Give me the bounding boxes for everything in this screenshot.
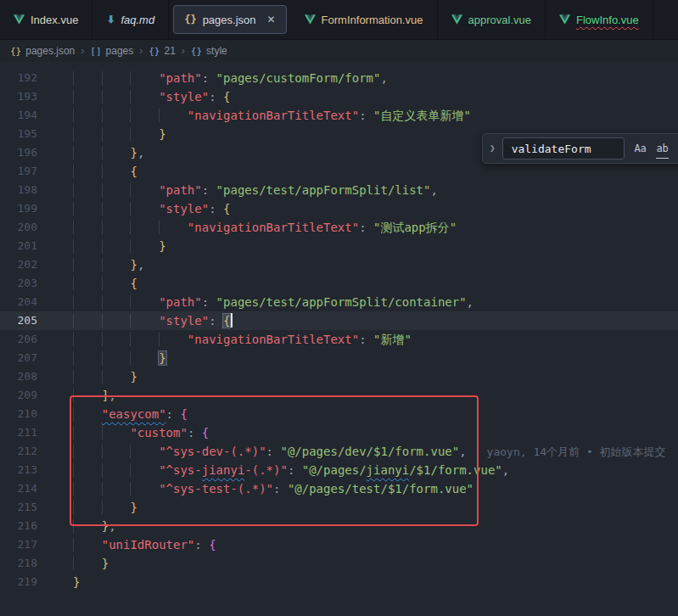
line-content: } (58, 367, 137, 386)
tab-FlowInfo.vue[interactable]: FlowInfo.vue (546, 0, 653, 39)
code-editor[interactable]: 192 "path": "pages/customForm/form",193 … (0, 62, 678, 616)
line-number: 213 (0, 461, 58, 479)
code-line[interactable]: 215 } (0, 498, 678, 517)
breadcrumb-label: pages.json (25, 45, 75, 57)
breadcrumb-item-pages.json[interactable]: {}pages.json (10, 45, 75, 57)
code-line[interactable]: 192 "path": "pages/customForm/form", (0, 69, 678, 87)
tab-FormInformation.vue[interactable]: FormInformation.vue (291, 0, 438, 39)
breadcrumb-separator: › (139, 45, 143, 57)
line-number: 201 (0, 237, 58, 255)
code-line[interactable]: 210 "easycom": { (0, 405, 678, 423)
code-line[interactable]: 209 ], (0, 386, 678, 405)
find-input-box (502, 137, 625, 160)
line-number: 208 (0, 367, 58, 386)
breadcrumb-label: 21 (165, 45, 176, 57)
code-line[interactable]: 194 "navigationBarTitleText": "自定义表单新增" (0, 106, 678, 125)
vue-icon (305, 14, 316, 25)
breadcrumb-item-style[interactable]: {}style (191, 45, 227, 57)
line-content: } (58, 573, 80, 591)
code-line[interactable]: 211 "custom": { (0, 423, 678, 442)
line-content: "style": { (58, 311, 233, 330)
object-symbol-icon: {} (148, 46, 160, 57)
find-options: Aaab.* (631, 139, 678, 158)
line-number: 219 (0, 573, 58, 591)
line-number: 193 (0, 87, 58, 106)
line-content: } (58, 125, 166, 143)
line-content: ], (58, 386, 116, 405)
match-case-toggle[interactable]: Aa (631, 139, 650, 158)
code-line[interactable]: 199 "style": { (0, 199, 678, 218)
line-content: "navigationBarTitleText": "新增" (58, 330, 412, 349)
json-icon: {} (184, 14, 196, 25)
whole-word-toggle[interactable]: ab (653, 139, 672, 158)
line-content: "easycom": { (58, 405, 188, 423)
line-number: 197 (0, 162, 58, 181)
breadcrumb: {}pages.json›[]pages›{}21›{}style (0, 40, 678, 62)
line-content: { (58, 162, 137, 181)
line-number: 195 (0, 125, 58, 143)
breadcrumb-item-pages[interactable]: []pages (90, 45, 133, 57)
code-line[interactable]: 200 "navigationBarTitleText": "测试app拆分" (0, 218, 678, 237)
code-line[interactable]: 204 "path": "pages/test/appFormSplit/con… (0, 293, 678, 311)
code-line[interactable]: 219} (0, 573, 678, 591)
line-content: "custom": { (58, 423, 209, 442)
line-number: 215 (0, 498, 58, 517)
tab-label: FormInformation.vue (322, 14, 423, 26)
line-number: 207 (0, 349, 58, 367)
line-number: 216 (0, 517, 58, 535)
toggle-replace-chevron-icon[interactable]: ❯ (490, 139, 496, 158)
code-line[interactable]: 208 } (0, 367, 678, 386)
line-content: "path": "pages/test/appFormSplit/list", (58, 181, 438, 199)
json-file-icon: {} (10, 46, 21, 57)
line-content: "^sys-test-(.*)": "@/pages/test/$1/form.… (58, 479, 473, 498)
code-line[interactable]: 197 { (0, 162, 678, 181)
line-number: 203 (0, 274, 58, 293)
line-number: 202 (0, 255, 58, 274)
breadcrumb-separator: › (182, 45, 185, 57)
code-line[interactable]: 218 } (0, 554, 678, 573)
tab-approval.vue[interactable]: approval.vue (438, 0, 546, 39)
code-line[interactable]: 193 "style": { (0, 87, 678, 106)
code-line[interactable]: 198 "path": "pages/test/appFormSplit/lis… (0, 181, 678, 199)
line-content: "^sys-jianyi-(.*)": "@/pages/jianyi/$1/f… (58, 461, 509, 479)
line-content: "style": { (58, 87, 230, 106)
line-number: 198 (0, 181, 58, 199)
tab-faq.md[interactable]: ⬇faq.md (92, 0, 169, 39)
code-line[interactable]: 213 "^sys-jianyi-(.*)": "@/pages/jianyi/… (0, 461, 678, 479)
breadcrumb-item-21[interactable]: {}21 (148, 45, 176, 57)
line-number: 210 (0, 405, 58, 423)
line-number: 199 (0, 199, 58, 218)
tab-pages.json[interactable]: {}pages.json✕ (173, 5, 286, 34)
line-content: } (58, 349, 166, 367)
line-content: "path": "pages/test/appFormSplit/contain… (58, 293, 473, 311)
code-line[interactable]: 203 { (0, 274, 678, 293)
line-number: 200 (0, 218, 58, 237)
line-content: { (58, 274, 137, 293)
code-line[interactable]: 212 "^sys-dev-(.*)": "@/pages/dev/$1/for… (0, 442, 678, 461)
text-cursor (231, 313, 233, 328)
code-line[interactable]: 216 }, (0, 517, 678, 535)
breadcrumb-label: style (206, 45, 227, 57)
line-number: 214 (0, 479, 58, 498)
editor-window: Index.vue⬇faq.md{}pages.json✕FormInforma… (0, 0, 678, 616)
code-line[interactable]: 214 "^sys-test-(.*)": "@/pages/test/$1/f… (0, 479, 678, 498)
line-number: 196 (0, 143, 58, 162)
code-line[interactable]: 206 "navigationBarTitleText": "新增" (0, 330, 678, 349)
object-symbol-icon: {} (191, 46, 202, 57)
markdown-icon: ⬇ (106, 14, 115, 25)
line-content: }, (58, 517, 116, 535)
code-line[interactable]: 205 "style": { (0, 311, 678, 330)
line-number: 211 (0, 423, 58, 442)
line-content: "path": "pages/customForm/form", (58, 69, 388, 87)
find-input[interactable] (510, 142, 617, 156)
code-line[interactable]: 207 } (0, 349, 678, 367)
breadcrumb-label: pages (106, 45, 134, 57)
regex-toggle[interactable]: .* (675, 139, 678, 158)
close-icon[interactable]: ✕ (267, 14, 276, 25)
code-line[interactable]: 217 "uniIdRouter": { (0, 535, 678, 554)
tab-label: Index.vue (31, 14, 78, 26)
line-content: "navigationBarTitleText": "自定义表单新增" (58, 106, 471, 125)
code-line[interactable]: 202 }, (0, 255, 678, 274)
tab-Index.vue[interactable]: Index.vue (0, 0, 92, 39)
code-line[interactable]: 201 } (0, 237, 678, 255)
